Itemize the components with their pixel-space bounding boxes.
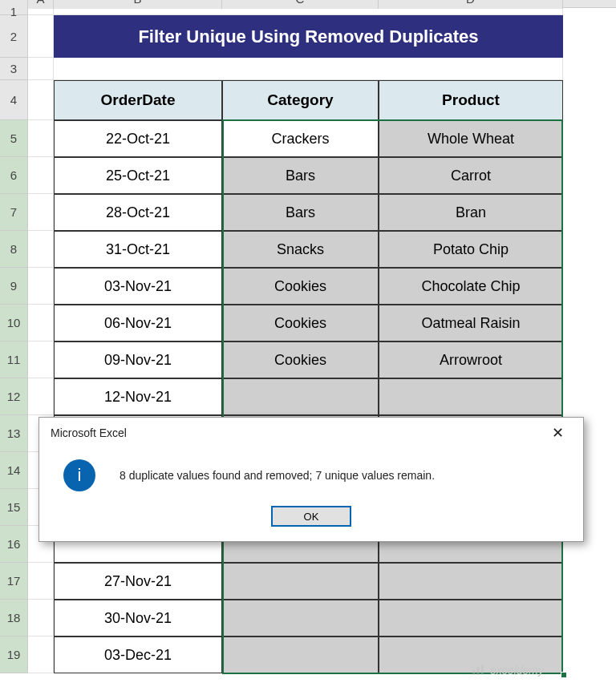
cell-a2[interactable] bbox=[28, 15, 54, 58]
cell-c10[interactable]: Cookies bbox=[222, 305, 379, 341]
info-icon: i bbox=[63, 459, 95, 491]
cell-a12[interactable] bbox=[28, 378, 54, 415]
dialog-buttons: OK bbox=[39, 503, 583, 541]
header-product[interactable]: Product bbox=[379, 80, 563, 120]
row-header-6[interactable]: 6 bbox=[0, 157, 27, 194]
row-header-19[interactable]: 19 bbox=[0, 636, 27, 673]
row-headers: 12345678910111213141516171819 bbox=[0, 9, 28, 673]
row-header-18[interactable]: 18 bbox=[0, 600, 27, 636]
cell-a9[interactable] bbox=[28, 268, 54, 305]
cell-a10[interactable] bbox=[28, 305, 54, 341]
col-header-d[interactable]: D bbox=[379, 0, 563, 9]
header-orderdate[interactable]: OrderDate bbox=[54, 80, 222, 120]
cell-d9[interactable]: Chocolate Chip bbox=[379, 268, 563, 305]
cell-b9[interactable]: 03-Nov-21 bbox=[54, 268, 222, 305]
close-icon[interactable]: ✕ bbox=[541, 424, 573, 442]
cell-b6[interactable]: 25-Oct-21 bbox=[54, 157, 222, 194]
cell-a4[interactable] bbox=[28, 80, 54, 120]
cell-a19[interactable] bbox=[28, 636, 54, 673]
cell-a5[interactable] bbox=[28, 120, 54, 157]
cell-a3[interactable] bbox=[28, 58, 54, 80]
chart-icon bbox=[471, 663, 485, 677]
cell-d6[interactable]: Carrot bbox=[379, 157, 563, 194]
spreadsheet: A B C D 12345678910111213141516171819 Fi… bbox=[0, 0, 616, 687]
spacer-1[interactable] bbox=[54, 9, 563, 15]
dialog-body: i 8 duplicate values found and removed; … bbox=[39, 445, 583, 503]
cell-a7[interactable] bbox=[28, 194, 54, 231]
cell-a17[interactable] bbox=[28, 563, 54, 600]
dialog-title: Microsoft Excel bbox=[51, 426, 127, 439]
row-header-15[interactable]: 15 bbox=[0, 489, 27, 526]
cell-b17[interactable]: 27-Nov-21 bbox=[54, 563, 222, 600]
col-header-c[interactable]: C bbox=[222, 0, 379, 9]
row-header-4[interactable]: 4 bbox=[0, 80, 27, 120]
svg-rect-2 bbox=[481, 665, 484, 675]
cell-d18[interactable] bbox=[379, 600, 563, 636]
row-header-5[interactable]: 5 bbox=[0, 120, 27, 157]
cell-d7[interactable]: Bran bbox=[379, 194, 563, 231]
row-header-16[interactable]: 16 bbox=[0, 526, 27, 563]
cell-c7[interactable]: Bars bbox=[222, 194, 379, 231]
cell-b7[interactable]: 28-Oct-21 bbox=[54, 194, 222, 231]
cell-b18[interactable]: 30-Nov-21 bbox=[54, 600, 222, 636]
cell-c5[interactable]: Crackers bbox=[222, 120, 379, 157]
cell-c18[interactable] bbox=[222, 600, 379, 636]
cell-c6[interactable]: Bars bbox=[222, 157, 379, 194]
row-header-17[interactable]: 17 bbox=[0, 563, 27, 600]
ok-button[interactable]: OK bbox=[271, 506, 351, 527]
cell-a18[interactable] bbox=[28, 600, 54, 636]
title-cell: Filter Unique Using Removed Duplicates bbox=[54, 15, 563, 58]
svg-rect-1 bbox=[477, 667, 480, 675]
dialog-message: 8 duplicate values found and removed; 7 … bbox=[120, 469, 435, 482]
row-header-7[interactable]: 7 bbox=[0, 194, 27, 231]
row-header-9[interactable]: 9 bbox=[0, 268, 27, 305]
row-header-3[interactable]: 3 bbox=[0, 58, 27, 80]
watermark: exceldemy bbox=[471, 663, 544, 677]
cell-c17[interactable] bbox=[222, 563, 379, 600]
row-header-13[interactable]: 13 bbox=[0, 415, 27, 452]
cell-a8[interactable] bbox=[28, 231, 54, 268]
cell-b19[interactable]: 03-Dec-21 bbox=[54, 636, 222, 673]
cell-a11[interactable] bbox=[28, 341, 54, 378]
dialog-titlebar[interactable]: Microsoft Excel ✕ bbox=[39, 418, 583, 445]
col-header-b[interactable]: B bbox=[54, 0, 222, 9]
grid-area[interactable]: Filter Unique Using Removed DuplicatesOr… bbox=[28, 9, 616, 673]
cell-b12[interactable]: 12-Nov-21 bbox=[54, 378, 222, 415]
cell-b5[interactable]: 22-Oct-21 bbox=[54, 120, 222, 157]
row-header-1[interactable]: 1 bbox=[0, 9, 27, 15]
cell-c19[interactable] bbox=[222, 636, 379, 673]
row-header-8[interactable]: 8 bbox=[0, 231, 27, 268]
message-dialog: Microsoft Excel ✕ i 8 duplicate values f… bbox=[38, 417, 584, 542]
cell-c12[interactable] bbox=[222, 378, 379, 415]
cell-d8[interactable]: Potato Chip bbox=[379, 231, 563, 268]
cell-c11[interactable]: Cookies bbox=[222, 341, 379, 378]
cell-a6[interactable] bbox=[28, 157, 54, 194]
row-header-14[interactable]: 14 bbox=[0, 452, 27, 489]
column-headers: A B C D bbox=[0, 0, 616, 8]
row-header-11[interactable]: 11 bbox=[0, 341, 27, 378]
selection-fill-handle[interactable] bbox=[561, 672, 567, 678]
col-header-a[interactable]: A bbox=[28, 0, 54, 9]
header-category[interactable]: Category bbox=[222, 80, 379, 120]
cell-d17[interactable] bbox=[379, 563, 563, 600]
cell-d10[interactable]: Oatmeal Raisin bbox=[379, 305, 563, 341]
cell-d11[interactable]: Arrowroot bbox=[379, 341, 563, 378]
cell-b10[interactable]: 06-Nov-21 bbox=[54, 305, 222, 341]
cell-a1[interactable] bbox=[28, 9, 54, 15]
cell-c8[interactable]: Snacks bbox=[222, 231, 379, 268]
row-header-10[interactable]: 10 bbox=[0, 305, 27, 341]
cell-b8[interactable]: 31-Oct-21 bbox=[54, 231, 222, 268]
cell-b11[interactable]: 09-Nov-21 bbox=[54, 341, 222, 378]
svg-rect-0 bbox=[472, 670, 475, 675]
row-header-2[interactable]: 2 bbox=[0, 15, 27, 58]
cell-c9[interactable]: Cookies bbox=[222, 268, 379, 305]
row-header-12[interactable]: 12 bbox=[0, 378, 27, 415]
spacer-3[interactable] bbox=[54, 58, 563, 80]
cell-d5[interactable]: Whole Wheat bbox=[379, 120, 563, 157]
cell-d12[interactable] bbox=[379, 378, 563, 415]
